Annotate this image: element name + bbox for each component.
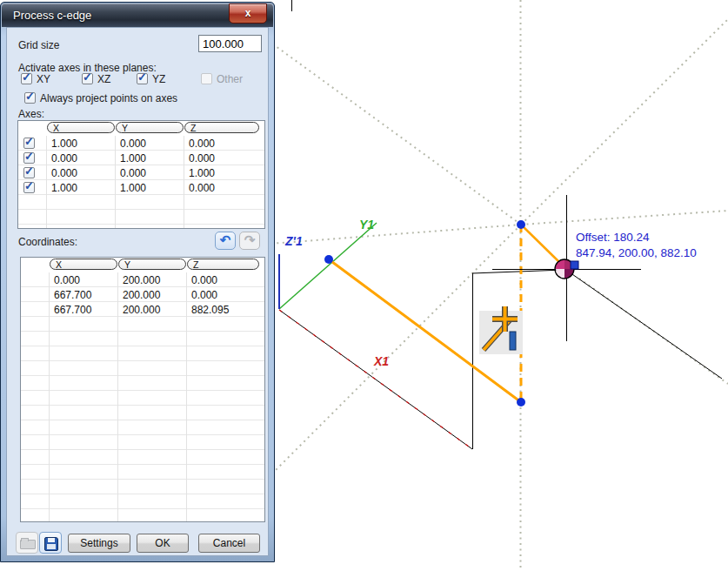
coordinates-table-header: X Y Z bbox=[21, 258, 264, 272]
line-tool-badge bbox=[479, 306, 523, 354]
cell: 0.000 bbox=[191, 274, 217, 286]
snap-marker-square bbox=[571, 261, 578, 269]
check-icon: ✓ bbox=[24, 165, 34, 178]
cell: 0.000 bbox=[54, 274, 80, 286]
edge-diagonal-base bbox=[279, 310, 472, 449]
check-icon: ✓ bbox=[24, 135, 34, 148]
axes-header-x[interactable]: X bbox=[47, 122, 115, 133]
coord-header-y[interactable]: Y bbox=[118, 259, 186, 270]
close-icon: x bbox=[230, 7, 266, 19]
axes-row-2-checkbox[interactable]: ✓ bbox=[23, 152, 35, 164]
cell: 1.000 bbox=[51, 138, 77, 150]
axes-table-header: X Y Z bbox=[18, 121, 264, 135]
checkbox-plane-other[interactable] bbox=[201, 73, 212, 84]
save-button[interactable] bbox=[39, 532, 62, 554]
model-edges bbox=[279, 0, 722, 449]
orange-edge-to-cursor bbox=[522, 225, 562, 265]
cell: 200.000 bbox=[123, 274, 160, 286]
cell: 1.000 bbox=[189, 167, 215, 179]
cell: 667.700 bbox=[54, 304, 91, 316]
vertex-point bbox=[517, 220, 525, 229]
axes-table-body: ✓ 1.000 0.000 0.000 ✓ 0.000 1.000 0.000 … bbox=[18, 136, 264, 228]
badge-blue-bar bbox=[510, 332, 516, 350]
axes-row-1[interactable]: ✓ 1.000 0.000 0.000 bbox=[18, 136, 264, 151]
open-button[interactable] bbox=[16, 532, 38, 554]
check-icon: ✓ bbox=[83, 71, 92, 84]
axes-row-3-checkbox[interactable]: ✓ bbox=[23, 167, 35, 178]
cell: 0.000 bbox=[189, 138, 215, 150]
cell: 1.000 bbox=[51, 182, 77, 194]
axes-row-3[interactable]: ✓ 0.000 0.000 1.000 bbox=[18, 165, 264, 180]
check-icon: ✓ bbox=[24, 150, 34, 163]
settings-button[interactable]: Settings bbox=[68, 534, 130, 553]
redo-icon: ↷ bbox=[240, 232, 259, 248]
check-icon: ✓ bbox=[25, 90, 35, 103]
check-icon: ✓ bbox=[24, 179, 34, 192]
y1-axis-label: Y1 bbox=[359, 218, 374, 232]
cell: 1.000 bbox=[120, 152, 146, 165]
cell: 0.000 bbox=[120, 167, 146, 179]
dialog-titlebar[interactable]: Process c-edge x bbox=[2, 3, 273, 27]
cell: 0.000 bbox=[189, 152, 215, 165]
axes-row-2[interactable]: ✓ 0.000 1.000 0.000 bbox=[18, 151, 264, 165]
z1-axis-label: Z'1 bbox=[285, 234, 303, 248]
cell: 667.700 bbox=[54, 289, 91, 301]
coord-header-x[interactable]: X bbox=[50, 259, 117, 270]
redo-button[interactable]: ↷ bbox=[239, 232, 260, 250]
dialog-title: Process c-edge bbox=[13, 9, 91, 22]
cell: 0.000 bbox=[51, 167, 77, 179]
always-project-label: Always project points on axes bbox=[40, 92, 177, 104]
y1-axis-label-text: Y1 bbox=[359, 218, 374, 232]
vertex-point bbox=[324, 255, 333, 264]
construction-diag-up-right bbox=[521, 19, 728, 225]
cell: 0.000 bbox=[120, 138, 146, 150]
vertex-point bbox=[517, 398, 525, 406]
close-button[interactable]: x bbox=[229, 3, 267, 24]
check-icon: ✓ bbox=[137, 71, 147, 84]
checkbox-plane-xy[interactable]: ✓ bbox=[21, 73, 32, 84]
axes-row-1-checkbox[interactable]: ✓ bbox=[23, 138, 35, 149]
cell: 1.000 bbox=[120, 182, 146, 194]
cell: 200.000 bbox=[123, 304, 160, 316]
axes-header-y[interactable]: Y bbox=[116, 122, 184, 133]
axes-table: X Y Z ✓ 1.000 0.000 0.000 ✓ 0.000 bbox=[17, 120, 265, 229]
undo-button[interactable]: ↶ bbox=[215, 232, 236, 250]
ok-button[interactable]: OK bbox=[137, 534, 189, 553]
cell: 0.000 bbox=[51, 152, 77, 165]
axes-header-z[interactable]: Z bbox=[184, 122, 259, 133]
x1-axis-label-text: X1 bbox=[374, 354, 389, 368]
cancel-button[interactable]: Cancel bbox=[198, 534, 260, 553]
plane-yz-label: YZ bbox=[152, 73, 165, 85]
undo-icon: ↶ bbox=[216, 232, 235, 248]
cell: 882.095 bbox=[191, 304, 229, 316]
x1-axis-label: X1 bbox=[374, 354, 389, 368]
cell: 200.000 bbox=[123, 289, 160, 301]
application-screen: Z'1 Y1 X1 Offset: 180.24 847.94, 200.00,… bbox=[0, 0, 728, 571]
z1-axis-label-text: Z'1 bbox=[285, 234, 303, 248]
coordinates-table: X Y Z 0.000 200.000 0.000 667.700 200.00… bbox=[20, 257, 265, 522]
coord-row-1[interactable]: 0.000 200.000 0.000 bbox=[21, 272, 264, 287]
plane-xz-label: XZ bbox=[97, 73, 110, 85]
selected-edges bbox=[329, 225, 562, 402]
rubberband-diagonal bbox=[570, 272, 722, 379]
checkbox-plane-yz[interactable]: ✓ bbox=[137, 73, 148, 84]
plane-xy-label: XY bbox=[37, 73, 50, 85]
construction-horiz-right bbox=[521, 211, 728, 225]
construction-horiz-left bbox=[270, 225, 521, 244]
checkbox-plane-xz[interactable]: ✓ bbox=[82, 73, 93, 84]
grid-size-input[interactable] bbox=[198, 35, 262, 52]
process-c-edge-dialog: Process c-edge x Grid size Activate axes… bbox=[0, 2, 275, 562]
coordinates-section-label: Coordinates: bbox=[18, 236, 77, 248]
folder-icon bbox=[20, 540, 36, 549]
cell: 0.000 bbox=[189, 182, 215, 194]
axes-row-4-checkbox[interactable]: ✓ bbox=[23, 182, 35, 193]
axes-row-4[interactable]: ✓ 1.000 1.000 0.000 bbox=[18, 180, 264, 195]
save-icon bbox=[44, 537, 58, 551]
coord-row-2[interactable]: 667.700 200.000 0.000 bbox=[21, 287, 264, 302]
coord-row-3[interactable]: 667.700 200.000 882.095 bbox=[21, 302, 264, 317]
offset-tooltip-line2: 847.94, 200.00, 882.10 bbox=[576, 246, 697, 259]
construction-x1-parallel-up-left bbox=[270, 42, 521, 225]
coord-header-z[interactable]: Z bbox=[187, 259, 259, 270]
checkbox-always-project[interactable]: ✓ bbox=[24, 92, 36, 104]
axes-section-label: Axes: bbox=[18, 108, 44, 120]
